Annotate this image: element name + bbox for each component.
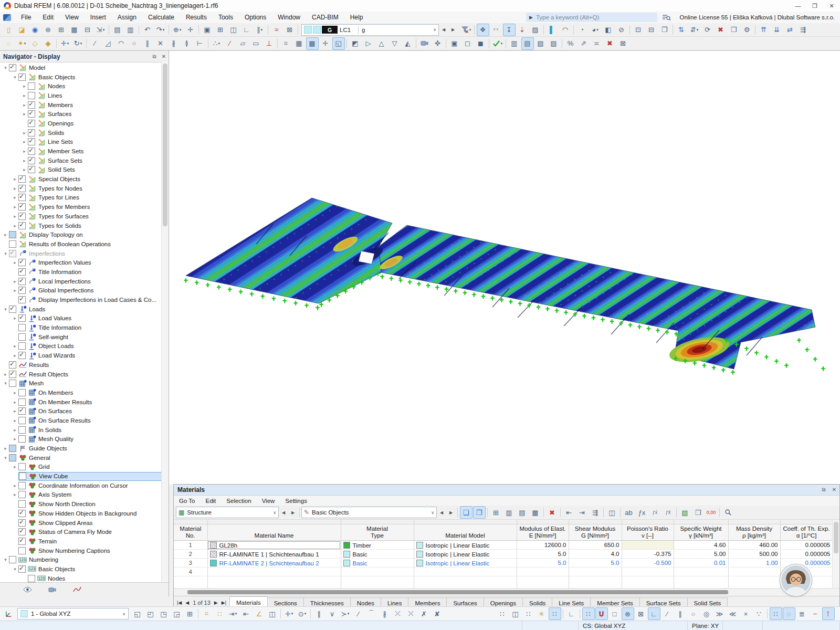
graphic-printout-icon[interactable]: ⊟ <box>645 24 658 36</box>
snap-window-icon[interactable]: ◫ <box>509 607 522 620</box>
line-support-icon[interactable] <box>463 291 467 296</box>
tree-checkbox[interactable] <box>28 129 35 136</box>
model-3d-rendering[interactable] <box>169 51 840 485</box>
line-support-icon[interactable] <box>408 280 412 285</box>
new-polyline-icon[interactable]: ◿ <box>102 37 114 50</box>
tree-expander-icon[interactable]: ▾ <box>12 566 18 572</box>
thermal-exp-cell[interactable]: 0.000005 <box>780 541 833 550</box>
tree-expander-icon[interactable]: ▸ <box>21 158 28 163</box>
tree-item-mesh-quality[interactable]: ▸Mesh Quality <box>0 435 162 444</box>
tree-item-self-weight[interactable]: Self-weight <box>0 332 162 342</box>
load-case-next-button[interactable]: ▶ <box>448 24 458 36</box>
tree-expander-icon[interactable]: ▸ <box>12 427 18 433</box>
line-tool-icon[interactable]: ∕ <box>352 607 365 620</box>
block-manager-icon[interactable]: ❒ <box>728 24 740 36</box>
arc-tool-icon[interactable]: ⌒ <box>365 607 378 620</box>
mass-density-cell[interactable] <box>728 568 780 576</box>
select-by-window-icon[interactable]: ◇ <box>29 37 41 50</box>
tree-expander-icon[interactable]: ▾ <box>2 65 9 70</box>
line-support-icon[interactable] <box>764 355 768 360</box>
table-row[interactable]: 1GL28hTimberIsotropic | Linear Elastic12… <box>174 541 833 550</box>
pin-mode-icon[interactable]: ⊺ <box>822 607 835 620</box>
smooth-contours-icon[interactable]: ◠ <box>559 24 572 36</box>
user-avatar[interactable] <box>780 564 812 596</box>
swap-numbering-icon[interactable]: ⇄ <box>784 24 796 36</box>
camera-icon[interactable] <box>418 37 431 50</box>
tree-item-members[interactable]: ▸Members <box>0 100 162 110</box>
line-support-icon[interactable] <box>272 297 276 301</box>
view-in-y-icon[interactable]: △ <box>375 37 388 50</box>
tree-item-solids[interactable]: ▸Solids <box>0 128 162 138</box>
tree-expander-icon[interactable]: ▸ <box>12 176 18 182</box>
tree-item-on-surfaces[interactable]: ▸On Surfaces <box>0 406 162 416</box>
object-category-select[interactable]: ✎ Basic Objects ∨ <box>301 507 437 518</box>
tree-expander-icon[interactable]: ▾ <box>2 307 9 312</box>
direction-snap-icon[interactable]: ≻▾ <box>339 607 352 620</box>
settings-gear-icon[interactable]: ⚙ <box>741 24 753 36</box>
tree-item-view-cube[interactable]: View Cube <box>0 471 162 481</box>
column-header[interactable]: Modulus of Elast.E [N/mm²] <box>517 524 569 541</box>
tree-checkbox[interactable] <box>18 538 26 545</box>
line-support-icon[interactable] <box>601 318 604 322</box>
ortho-mode-icon[interactable]: ∟ <box>565 607 578 620</box>
tree-item-lines[interactable]: ▸Lines <box>0 91 162 100</box>
line-support-icon[interactable] <box>647 327 650 331</box>
print-graphic-icon[interactable]: ⊟ <box>81 24 94 36</box>
modulus-cell[interactable]: 12600.0 <box>517 541 569 550</box>
panel-colors-icon[interactable]: ▤ <box>521 37 534 50</box>
line-support-icon[interactable] <box>239 290 243 295</box>
minimize-button[interactable]: — <box>790 0 806 12</box>
group-prev-button[interactable]: ◀ <box>279 507 288 518</box>
extend-line-icon[interactable]: ⊢ <box>194 37 206 50</box>
materials-close-icon[interactable]: ✕ <box>829 487 839 493</box>
isolate-selected-icon[interactable]: ◼ <box>475 37 487 50</box>
filter-loads-icon[interactable]: ▾ <box>460 24 472 36</box>
tree-checkbox[interactable] <box>18 500 26 508</box>
line-support-icon[interactable] <box>805 348 809 352</box>
line-support-icon[interactable] <box>582 314 586 319</box>
maximize-button[interactable]: ❐ <box>806 0 823 12</box>
specific-weight-cell[interactable] <box>674 568 728 576</box>
osnap-endpoint-icon[interactable]: ∷ <box>582 607 595 620</box>
tree-item-load-values[interactable]: ▸Load Values <box>0 314 162 323</box>
menu-cad-bim[interactable]: CAD-BIM <box>306 14 344 21</box>
shear-modulus-cell[interactable] <box>569 568 622 576</box>
mass-density-cell[interactable]: 1.00 <box>728 559 780 568</box>
tree-expander-icon[interactable]: ▸ <box>12 260 18 265</box>
tree-item-title-information[interactable]: Title Information <box>0 323 162 332</box>
view-in-x-icon[interactable]: ▷ <box>362 37 375 50</box>
tree-checkbox[interactable] <box>28 110 35 118</box>
tree-checkbox[interactable] <box>18 203 26 211</box>
tree-checkbox[interactable] <box>18 296 26 303</box>
results-on-surfaces-icon[interactable]: ▨ <box>529 24 542 36</box>
material-model-cell[interactable] <box>414 568 517 576</box>
osnap-ellipse-icon[interactable]: ◎ <box>700 607 713 620</box>
specific-weight-cell[interactable]: 4.60 <box>674 541 728 550</box>
line-support-icon[interactable] <box>228 287 232 292</box>
line-support-icon[interactable] <box>426 284 430 288</box>
copy-image-icon[interactable]: ❐ <box>658 24 671 36</box>
tree-checkbox[interactable] <box>18 435 26 443</box>
tree-checkbox[interactable] <box>9 361 16 369</box>
tree-expander-icon[interactable]: ▸ <box>21 111 28 117</box>
tree-checkbox[interactable] <box>18 185 26 192</box>
line-support-icon[interactable] <box>380 275 384 279</box>
tree-item-general[interactable]: ▾General <box>0 453 162 463</box>
table-row[interactable]: 3RF-LAMINATE 2 | Schichtenaufbau 2BasicI… <box>174 559 833 568</box>
tree-item-types-for-nodes[interactable]: ▸Types for Nodes <box>0 184 162 193</box>
line-support-icon[interactable] <box>435 285 439 290</box>
tree-checkbox[interactable] <box>9 240 16 248</box>
tree-item-terrain[interactable]: Terrain <box>0 537 162 546</box>
display-loads-icon[interactable]: ↧ <box>503 24 516 36</box>
tree-checkbox[interactable] <box>18 426 26 434</box>
column-header[interactable]: Material Model <box>414 524 517 541</box>
tree-checkbox[interactable] <box>18 333 26 341</box>
snap-xx-icon[interactable]: ⇤ <box>240 607 253 620</box>
table-row[interactable]: 2RF-LAMINATE 1 | Schichtenaufbau 1BasicI… <box>174 550 833 559</box>
tree-checkbox[interactable] <box>18 342 26 350</box>
tree-item-axis-system[interactable]: ▸Axis System <box>0 490 162 500</box>
snap-x-icon[interactable]: ⇥▾ <box>227 607 239 620</box>
grid-points-icon[interactable]: ∷ <box>214 607 226 620</box>
line-support-icon[interactable] <box>537 305 540 310</box>
tree-checkbox[interactable] <box>18 74 26 81</box>
